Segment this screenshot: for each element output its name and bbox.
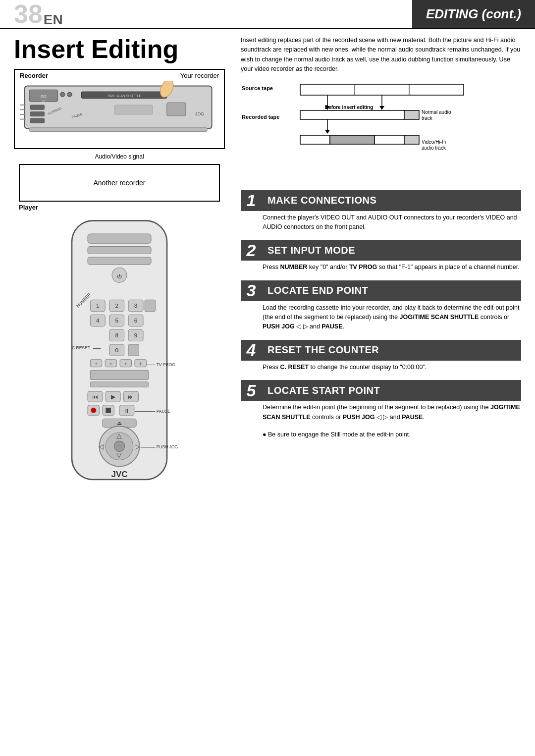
step-2-content: Press NUMBER key "0" and/or TV PROG so t… (241, 261, 521, 274)
svg-text:+: + (109, 361, 112, 367)
svg-text:9: 9 (134, 332, 138, 338)
page-header: 38EN EDITING (cont.) (0, 0, 535, 29)
svg-text:+: + (95, 361, 98, 367)
svg-text:0: 0 (115, 347, 118, 353)
step-5-heading: LOCATE START POINT (262, 380, 521, 401)
step-5: 5 LOCATE START POINT Determine the edit-… (241, 380, 521, 424)
player-label: Player (14, 202, 225, 213)
step-4-content: Press C. RESET to change the counter dis… (241, 361, 521, 374)
svg-rect-24 (88, 247, 151, 254)
step-3-heading: LOCATE END POINT (262, 280, 521, 301)
svg-rect-102 (404, 110, 419, 119)
svg-marker-96 (379, 106, 384, 110)
svg-point-4 (60, 92, 65, 97)
vcr-svg: JVC ON TIME SCAN SHUTTLE (20, 81, 219, 143)
intro-text: Insert editing replaces part of the reco… (241, 36, 521, 74)
vcr-diagram-box: Recorder Your recorder JVC ON TIME SCAN … (14, 69, 225, 149)
svg-rect-108 (300, 135, 330, 144)
svg-rect-23 (88, 234, 151, 243)
another-recorder-label: Another recorder (93, 179, 145, 187)
step-5-number: 5 (241, 380, 262, 401)
svg-text:Before insert editing: Before insert editing (325, 105, 373, 110)
remote-svg: ⏻ NUMBER 1 2 3 (40, 218, 199, 494)
step-1: 1 MAKE CONNECTIONS Connect the player's … (241, 190, 521, 234)
svg-text:+: + (139, 361, 142, 367)
step-5-content: Determine the edit-in point (the beginni… (241, 401, 521, 424)
remote-illustration-svg: ⏻ NUMBER 1 2 3 (40, 218, 199, 493)
svg-text:audio track: audio track (422, 145, 446, 151)
svg-rect-35 (145, 300, 155, 311)
step-5-header-row: 5 LOCATE START POINT (241, 380, 521, 401)
svg-text:◁: ◁ (99, 442, 104, 450)
svg-text:4: 4 (96, 317, 100, 324)
svg-marker-104 (325, 130, 330, 134)
step-3: 3 LOCATE END POINT Load the recording ca… (241, 280, 521, 334)
right-column: Insert editing replaces part of the reco… (233, 29, 535, 501)
svg-rect-110 (374, 135, 404, 144)
recorder-label: Recorder (20, 72, 48, 79)
svg-text:PAUSE: PAUSE (157, 409, 171, 414)
svg-text:▷: ▷ (135, 442, 140, 450)
svg-text:C.RESET: C.RESET (72, 345, 90, 350)
svg-rect-25 (88, 257, 151, 265)
step-2: 2 SET INPUT MODE Press NUMBER key "0" an… (241, 240, 521, 274)
svg-text:⏭: ⏭ (128, 393, 134, 400)
step-4-number: 4 (241, 340, 262, 361)
step-3-number: 3 (241, 280, 262, 301)
step-3-content: Load the recording cassette into your re… (241, 301, 521, 334)
svg-rect-8 (30, 105, 45, 109)
svg-rect-72 (106, 408, 111, 413)
svg-text:Normal audio: Normal audio (422, 109, 451, 115)
svg-rect-19 (114, 105, 153, 114)
insert-editing-title: Insert Editing (14, 36, 225, 63)
step-1-number: 1 (241, 190, 262, 211)
svg-point-5 (67, 92, 72, 97)
svg-rect-61 (90, 370, 148, 379)
svg-text:3: 3 (134, 302, 138, 309)
svg-rect-111 (404, 135, 419, 144)
page-number: 38EN (0, 0, 63, 28)
svg-rect-50 (128, 344, 139, 356)
svg-text:△: △ (116, 432, 122, 439)
svg-rect-62 (90, 382, 148, 387)
svg-text:▶: ▶ (111, 393, 116, 400)
svg-text:Video/Hi-Fi: Video/Hi-Fi (422, 139, 446, 145)
svg-text:track: track (422, 115, 433, 121)
step-4-header-row: 4 RESET THE COUNTER (241, 340, 521, 361)
svg-rect-101 (300, 110, 404, 119)
svg-text:JVC: JVC (111, 470, 127, 479)
svg-rect-10 (30, 118, 45, 123)
step-2-number: 2 (241, 240, 262, 261)
svg-text:Recorded tape: Recorded tape (242, 114, 279, 120)
svg-text:TIME SCAN SHUTTLE: TIME SCAN SHUTTLE (107, 94, 141, 97)
left-column: Insert Editing Recorder Your recorder JV… (0, 29, 233, 501)
diagram-label-row: Recorder Your recorder (15, 70, 224, 81)
svg-point-70 (91, 408, 96, 413)
svg-text:6: 6 (134, 317, 138, 324)
svg-text:⏸: ⏸ (124, 407, 130, 414)
step-3-header-row: 3 LOCATE END POINT (241, 280, 521, 301)
svg-rect-9 (30, 111, 45, 116)
svg-text:8: 8 (115, 332, 118, 338)
svg-text:2: 2 (115, 302, 118, 309)
step-1-heading: MAKE CONNECTIONS (262, 190, 521, 211)
step-1-content: Connect the player's VIDEO OUT and AUDIO… (241, 211, 521, 234)
svg-text:Source tape: Source tape (242, 85, 273, 91)
svg-text:⏻: ⏻ (117, 273, 122, 279)
svg-rect-20 (167, 103, 186, 116)
bullet-note: ● Be sure to engage the Still mode at th… (241, 430, 521, 439)
svg-text:5: 5 (115, 317, 118, 324)
svg-text:⏏: ⏏ (117, 420, 122, 426)
main-layout: Insert Editing Recorder Your recorder JV… (0, 29, 535, 501)
svg-text:+: + (124, 361, 127, 367)
step-4: 4 RESET THE COUNTER Press C. RESET to ch… (241, 340, 521, 374)
svg-text:▽: ▽ (116, 451, 122, 459)
vcr-illustration: JVC ON TIME SCAN SHUTTLE (15, 81, 224, 148)
svg-text:TV PROG: TV PROG (157, 362, 175, 367)
section-title: EDITING (cont.) (412, 0, 535, 28)
your-recorder-label: Your recorder (180, 72, 219, 79)
svg-text:JVC: JVC (41, 95, 47, 98)
svg-rect-90 (300, 84, 464, 95)
step-2-heading: SET INPUT MODE (262, 240, 521, 261)
audio-video-label: Audio/Video signal (14, 153, 225, 160)
